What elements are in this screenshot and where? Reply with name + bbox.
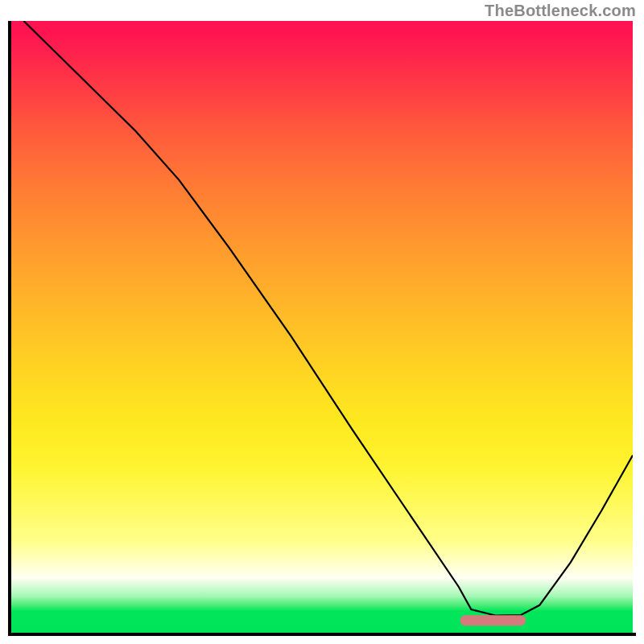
- y-axis: [8, 21, 11, 636]
- chart-svg: [11, 21, 633, 633]
- x-axis: [8, 633, 636, 636]
- optimal-marker: [460, 615, 526, 625]
- plot-frame: [11, 21, 633, 633]
- watermark-label: TheBottleneck.com: [485, 2, 636, 20]
- bottleneck-curve: [23, 21, 633, 616]
- plot-area: [11, 21, 633, 633]
